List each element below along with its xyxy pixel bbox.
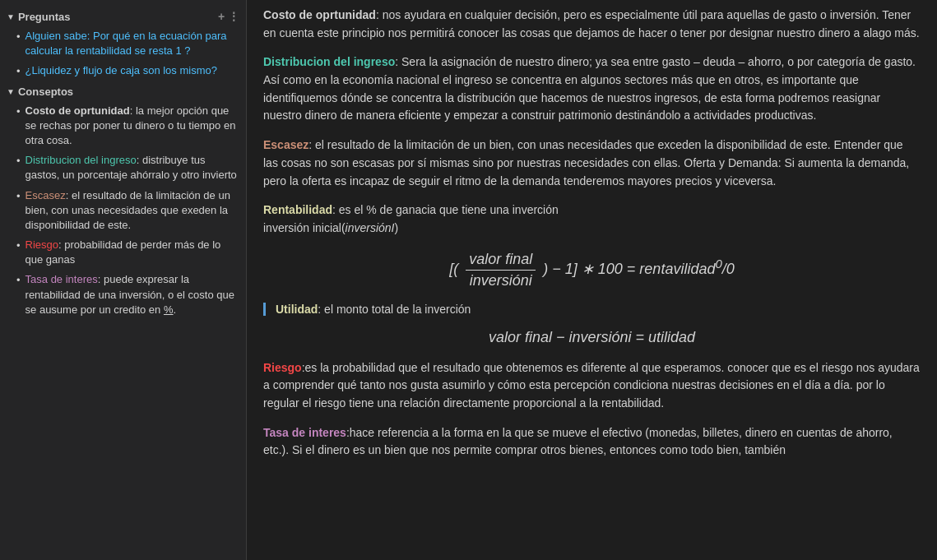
list-item-tasa: • Tasa de interes: puede expresar la ren…	[13, 270, 246, 320]
bullet-icon: •	[16, 154, 21, 169]
formula-bracket-open: [(	[449, 261, 458, 277]
term-costo: Costo de oprtunidad	[26, 104, 130, 117]
conseptos-items: • Costo de oprtunidad: la mejor opción q…	[0, 101, 246, 320]
preguntas-items: • Alguien sabe: Por qué en la ecuación p…	[0, 26, 246, 82]
term-utilidad: Utilidad	[276, 303, 318, 316]
formula-rentabilidad: [( valor final inversióni ) − 1] ∗ 100 =…	[263, 251, 921, 289]
term-costo-main: Costo de oprtunidad	[263, 8, 376, 21]
text-rentabilidad: : es el % de ganacia que tiene una inver…	[332, 203, 559, 216]
superscript-0: 0	[715, 257, 721, 271]
bullet-icon: •	[16, 189, 21, 204]
term-escasez: Escasez	[26, 189, 66, 201]
block-distribucion: Distribucion del ingreso: Sera la asigna…	[263, 53, 921, 125]
main-content: Costo de oprtunidad: nos ayudara en cual…	[247, 0, 937, 560]
block-rentabilidad: Rentabilidad: es el % de ganacia que tie…	[263, 201, 921, 237]
sidebar: ▼ Preguntas + ⋮ • Alguien sabe: Por qué …	[0, 0, 247, 560]
rentabilidad-subtext: inversión inicial(inversiónI)	[263, 221, 398, 234]
bullet-icon: •	[16, 238, 21, 253]
bullet-icon: •	[16, 104, 21, 119]
term-tasa-main: Tasa de interes	[263, 426, 346, 439]
term-rentabilidad-main: Rentabilidad	[263, 203, 332, 216]
arrow-icon-conseptos: ▼	[7, 87, 15, 96]
list-item-riesgo: • Riesgo: probabilidad de perder más de …	[13, 235, 246, 270]
list-item-distribucion: • Distribucion del ingreso: distribuye t…	[13, 150, 246, 185]
term-riesgo-main: Riesgo	[263, 361, 302, 374]
list-item-escasez: • Escasez: el resultado de la limitación…	[13, 186, 246, 236]
text-tasa: :hace referencia a la forma en la que se…	[263, 426, 893, 457]
formula-rest: ) − 1] ∗ 100 = rentavilidad0/0	[543, 261, 735, 277]
term-escasez-main: Escasez	[263, 138, 308, 151]
arrow-icon-preguntas: ▼	[7, 12, 15, 21]
block-riesgo: Riesgo:es la probabilidad que el resulta…	[263, 359, 921, 413]
list-item: • Alguien sabe: Por qué en la ecuación p…	[13, 26, 246, 61]
list-item: • ¿Liquidez y flujo de caja son los mism…	[13, 61, 246, 81]
pregunta-2-link[interactable]: ¿Liquidez y flujo de caja son los mismo?	[26, 64, 217, 76]
formula-utilidad: valor final − inversióni = utilidad	[263, 329, 921, 346]
text-riesgo: :es la probabilidad que el resultado que…	[263, 361, 920, 410]
bullet-icon: •	[16, 273, 21, 288]
section-preguntas-label: Preguntas	[18, 11, 71, 23]
section-preguntas[interactable]: ▼ Preguntas + ⋮	[0, 7, 246, 26]
term-distribucion-main: Distribucion del ingreso	[263, 55, 395, 68]
term-distribucion: Distribucion del ingreso	[26, 154, 137, 166]
formula-fraction: valor final inversióni	[466, 251, 536, 289]
term-tasa: Tasa de interes	[26, 273, 98, 285]
section-conseptos[interactable]: ▼ Conseptos	[0, 82, 246, 101]
block-utilidad: Utilidad: el monto total de la inverción	[263, 303, 921, 316]
formula-utilidad-text: valor final − inversióni = utilidad	[489, 329, 695, 345]
block-escasez: Escasez: el resultado de la limitación d…	[263, 137, 921, 190]
block-tasa: Tasa de interes:hace referencia a la for…	[263, 424, 921, 460]
bullet-icon: •	[16, 30, 21, 44]
text-escasez: : el resultado de la limitación de un bi…	[263, 138, 909, 187]
add-icon-preguntas[interactable]: + ⋮	[218, 10, 239, 23]
formula-denominator: inversióni	[466, 271, 536, 289]
pregunta-1-link[interactable]: Alguien sabe: Por qué en la ecuación par…	[26, 30, 227, 57]
formula-numerator: valor final	[466, 251, 536, 271]
section-conseptos-label: Conseptos	[18, 86, 73, 98]
block-costo: Costo de oprtunidad: nos ayudara en cual…	[263, 7, 921, 42]
bullet-icon: •	[16, 64, 21, 79]
list-item-costo: • Costo de oprtunidad: la mejor opción q…	[13, 101, 246, 151]
text-utilidad: : el monto total de la inverción	[318, 303, 471, 316]
term-riesgo: Riesgo	[26, 238, 58, 251]
percent-underline: %	[164, 303, 174, 316]
